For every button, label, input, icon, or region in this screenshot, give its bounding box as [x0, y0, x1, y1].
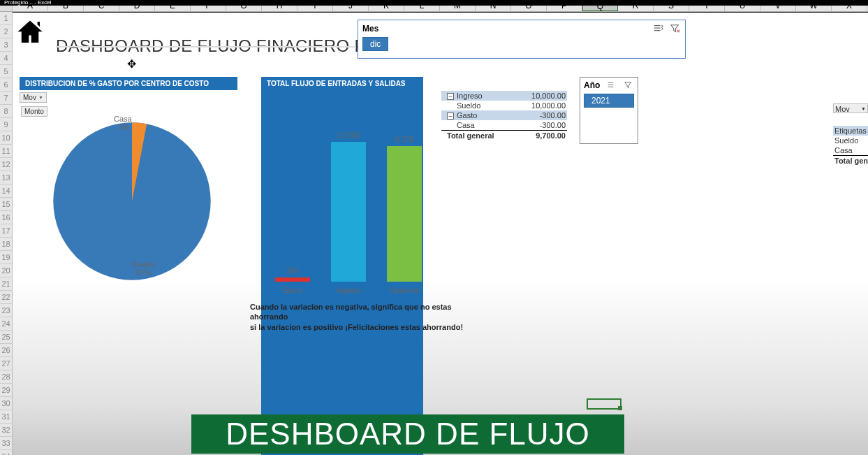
- row-header-14[interactable]: 14: [0, 185, 13, 198]
- row-header-24[interactable]: 24: [0, 317, 13, 331]
- pivot-field-mov-label: Mov: [23, 94, 36, 101]
- row-header-9[interactable]: 9: [0, 118, 13, 131]
- row-header-32[interactable]: 32: [0, 424, 13, 437]
- pivot-right-total: Total gene: [833, 155, 868, 165]
- pivot-row[interactable]: –Gasto-300.00: [441, 110, 567, 120]
- window-title-bar: Protegido... - Excel: [0, 0, 868, 6]
- pivot-table-summary[interactable]: –Ingreso10,000.00Sueldo10,000.00–Gasto-3…: [441, 91, 567, 140]
- pivot-row[interactable]: –Ingreso10,000.00: [441, 91, 567, 101]
- footer-banner: DESHBOARD DE FLUJO: [191, 414, 624, 454]
- pie-label-casa: Casa-3%: [114, 115, 132, 131]
- pivot-row[interactable]: Casa-300.00: [441, 120, 567, 130]
- pivot-field-monto[interactable]: Monto: [21, 106, 47, 117]
- bar-chart-note: Cuando la variacion es negativa, signifi…: [250, 302, 466, 332]
- cursor-crosshair-icon: ✥: [127, 57, 136, 71]
- row-header-22[interactable]: 22: [0, 291, 13, 304]
- row-header-33[interactable]: 33: [0, 437, 13, 450]
- row-header-2[interactable]: 2: [0, 25, 13, 38]
- multiselect-icon[interactable]: [653, 23, 664, 34]
- row-header-10[interactable]: 10: [0, 131, 13, 145]
- bar-variacion: [387, 146, 422, 282]
- row-header-17[interactable]: 17: [0, 224, 13, 238]
- bar-ingreso: [331, 142, 366, 282]
- pivot-row[interactable]: Total general9,700.00: [441, 130, 567, 140]
- pivot-field-monto-label: Monto: [24, 108, 44, 115]
- bar-label-gasto: Gasto: [272, 286, 314, 294]
- row-header-4[interactable]: 4: [0, 52, 13, 65]
- pivot-row[interactable]: Sueldo10,000.00: [441, 101, 567, 110]
- row-header-7[interactable]: 7: [0, 92, 13, 105]
- row-header-6[interactable]: 6: [0, 78, 13, 92]
- slicer-mes-label: Mes: [362, 24, 378, 34]
- row-header-23[interactable]: 23: [0, 304, 13, 317]
- row-header-13[interactable]: 13: [0, 171, 13, 185]
- slicer-ano-item-2021[interactable]: 2021: [584, 94, 634, 108]
- slicer-mes-item-dic[interactable]: dic: [362, 37, 388, 51]
- pie-label-sueldo: Sueldo97%: [131, 260, 155, 277]
- row-header-8[interactable]: 8: [0, 105, 13, 118]
- multiselect-icon[interactable]: [606, 80, 617, 91]
- pivot-right-casa: Casa: [833, 145, 868, 155]
- row-header-5[interactable]: 5: [0, 65, 13, 78]
- row-header-15[interactable]: 15: [0, 198, 13, 211]
- row-header-3[interactable]: 3: [0, 38, 13, 52]
- chevron-down-icon: ▼: [861, 104, 866, 113]
- bar-value-gasto: 300: [272, 266, 314, 275]
- row-header-31[interactable]: 31: [0, 410, 13, 424]
- row-header-20[interactable]: 20: [0, 264, 13, 277]
- pivot-right-sueldo: Sueldo: [833, 136, 868, 145]
- window-title-text: Protegido... - Excel: [4, 0, 52, 6]
- slicer-mes[interactable]: Mes dic: [358, 20, 686, 59]
- pie-chart-header: DISTRIBUCION DE % GASTO POR CENTRO DE CO…: [20, 77, 237, 90]
- collapse-icon[interactable]: –: [447, 113, 454, 120]
- row-header-1[interactable]: 1: [0, 12, 13, 25]
- row-header-30[interactable]: 30: [0, 397, 13, 410]
- pivot-right-etiquetas: Etiquetas d: [833, 126, 868, 136]
- row-header-21[interactable]: 21: [0, 277, 13, 291]
- row-header-16[interactable]: 16: [0, 211, 13, 224]
- row-header-12[interactable]: 12: [0, 158, 13, 171]
- row-headers[interactable]: 1234567891011121314151617181920212223242…: [0, 12, 13, 455]
- worksheet[interactable]: DASHBOARD DE FLUJO FINACIERO PERSONAL ✥ …: [13, 13, 868, 455]
- active-cell: [587, 398, 621, 410]
- bar-gasto: [275, 277, 310, 282]
- bar-chart[interactable]: 30010,0009,700 GastoIngresoVariacion: [261, 121, 436, 317]
- pivot-field-mov[interactable]: Mov▼: [20, 92, 47, 103]
- slicer-ano-label: Año: [584, 80, 600, 90]
- slicer-ano[interactable]: Año 2021: [580, 77, 638, 144]
- row-header-28[interactable]: 28: [0, 370, 13, 384]
- home-icon[interactable]: [15, 18, 45, 50]
- clear-filter-icon[interactable]: [670, 23, 681, 34]
- bar-value-variacion: 9,700: [383, 135, 425, 143]
- pivot-table-right[interactable]: Mov▼ Etiquetas d Sueldo Casa Total gene: [833, 103, 868, 165]
- pie-chart[interactable]: [52, 121, 212, 282]
- row-header-34[interactable]: 34: [0, 450, 13, 455]
- clear-filter-icon[interactable]: [623, 80, 634, 91]
- row-header-26[interactable]: 26: [0, 344, 13, 357]
- pivot-right-dd[interactable]: Mov▼: [833, 103, 868, 113]
- row-header-25[interactable]: 25: [0, 331, 13, 344]
- row-header-29[interactable]: 29: [0, 384, 13, 397]
- row-header-19[interactable]: 19: [0, 251, 13, 264]
- chevron-down-icon: ▼: [38, 95, 43, 100]
- bar-label-ingreso: Ingreso: [328, 286, 369, 294]
- title-underline: [56, 46, 356, 48]
- row-header-11[interactable]: 11: [0, 145, 13, 158]
- row-header-27[interactable]: 27: [0, 357, 13, 370]
- bar-label-variacion: Variacion: [383, 286, 425, 294]
- row-header-18[interactable]: 18: [0, 238, 13, 251]
- collapse-icon[interactable]: –: [447, 93, 454, 100]
- bar-value-ingreso: 10,000: [328, 131, 369, 139]
